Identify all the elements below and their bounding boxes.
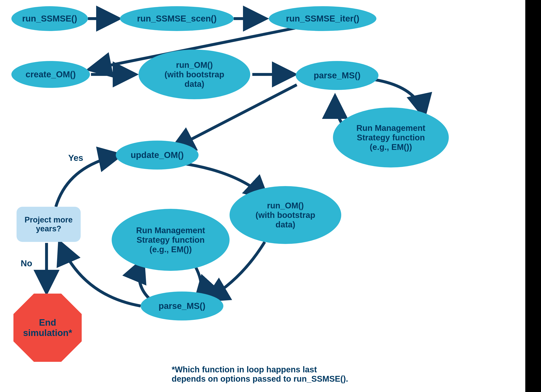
node-parse-ms-2: parse_MS(): [141, 292, 223, 320]
node-label: run_OM() (with bootstrap data): [256, 201, 315, 229]
node-run-om-1: run_OM() (with bootstrap data): [139, 50, 250, 99]
node-label: run_SSMSE_scen(): [137, 14, 217, 24]
node-label: Project more years?: [25, 216, 73, 233]
node-label: run_SSMSE(): [22, 14, 77, 24]
node-label: parse_MS(): [314, 71, 360, 80]
node-rms-2: Run Management Strategy function (e.g., …: [112, 209, 229, 271]
text: *Which function in loop happens last dep…: [172, 365, 348, 383]
footnote: *Which function in loop happens last dep…: [172, 356, 348, 383]
node-run-ssmse-scen: run_SSMSE_scen(): [120, 6, 234, 31]
node-label: Run Management Strategy function (e.g., …: [356, 123, 425, 152]
node-label: update_OM(): [131, 150, 184, 160]
node-create-om: create_OM(): [11, 61, 90, 88]
node-label: parse_MS(): [159, 301, 205, 311]
node-label: End simulation*: [23, 317, 72, 338]
diagram-stage: run_SSMSE() run_SSMSE_scen() run_SSMSE_i…: [0, 0, 541, 392]
node-run-ssmse-iter: run_SSMSE_iter(): [269, 6, 376, 31]
label-yes: Yes: [68, 153, 83, 163]
node-rms-1: Run Management Strategy function (e.g., …: [333, 108, 449, 167]
node-update-om: update_OM(): [116, 141, 198, 170]
node-decision: Project more years?: [16, 207, 81, 242]
node-stop: End simulation*: [13, 294, 82, 362]
text: Yes: [68, 153, 83, 163]
node-label: Run Management Strategy function (e.g., …: [136, 226, 205, 254]
text: No: [21, 258, 32, 268]
node-parse-ms-1: parse_MS(): [296, 61, 379, 90]
label-no: No: [21, 258, 32, 268]
node-label: create_OM(): [26, 69, 76, 79]
node-label: run_OM() (with bootstrap data): [165, 60, 224, 89]
right-black-bar: [525, 0, 541, 392]
node-run-om-2: run_OM() (with bootstrap data): [229, 186, 341, 244]
node-label: run_SSMSE_iter(): [286, 14, 359, 24]
node-run-ssmse: run_SSMSE(): [11, 6, 88, 31]
